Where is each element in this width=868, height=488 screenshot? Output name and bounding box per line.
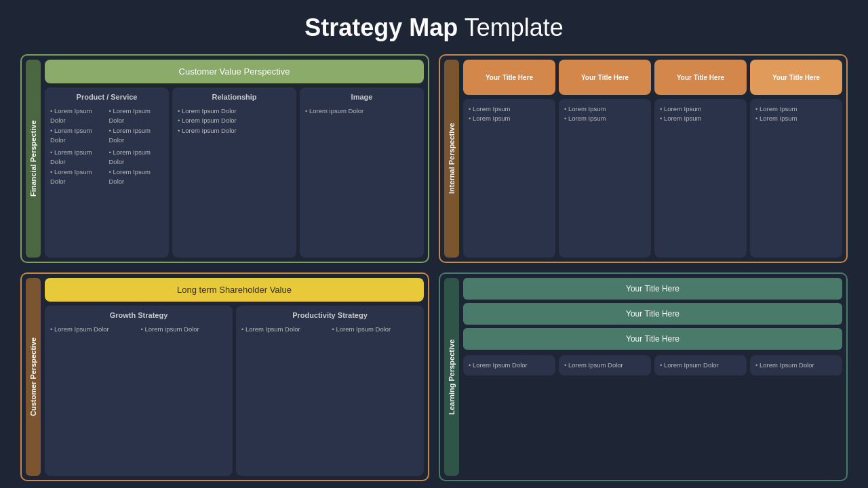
financial-label: Financial Perspective	[26, 60, 41, 258]
customer-label: Customer Perspective	[26, 278, 41, 476]
learning-title-bars: Your Title Here Your Title Here Your Tit…	[463, 278, 842, 350]
learning-title-2: Your Title Here	[463, 303, 842, 325]
internal-col-1: Lorem Ipsum Lorem Ipsum	[463, 99, 555, 258]
bullet-item: Lorem Ipsum	[469, 104, 550, 114]
growth-col-1: Lorem Ipsum Dolor	[50, 325, 137, 334]
bullet-item: Lorem Ipsum Dolor	[755, 361, 837, 370]
learning-label: Learning Perspective	[444, 278, 459, 476]
bullet-item: Lorem Ipsum Dolor	[50, 106, 105, 126]
page-title: Strategy Map Template	[304, 14, 564, 42]
internal-col-3: Lorem Ipsum Lorem Ipsum	[654, 99, 747, 258]
bullet-item: Lorem Ipsum	[564, 114, 646, 123]
bullet-item: Lorem Ipsum Dolor	[50, 325, 137, 334]
internal-bullet-grid: Lorem Ipsum Lorem Ipsum Lorem Ipsum Lore…	[463, 99, 842, 258]
product-bullets: Lorem Ipsum Dolor Lorem Ipsum Dolor Lore…	[50, 106, 163, 145]
product-bullet-col-d: Lorem Ipsum Dolor Lorem Ipsum Dolor	[109, 148, 164, 186]
bullet-item: Lorem Ipsum Dolor	[109, 106, 164, 126]
growth-title: Growth Strategy	[50, 311, 227, 319]
learning-col-4: Lorem Ipsum Dolor	[750, 355, 842, 375]
bullet-item: Lorem Ipsum	[755, 104, 837, 114]
bullet-item: Lorem Ipsum Dolor	[109, 167, 164, 187]
bullet-item: Lorem Ipsum Dolor	[178, 126, 291, 136]
learning-quadrant: Learning Perspective Your Title Here You…	[439, 272, 848, 481]
internal-tile-3: Your Title Here	[654, 60, 747, 95]
relationship-title: Relationship	[178, 93, 291, 101]
bullet-item: Lorem ipsum Dolor	[141, 325, 228, 334]
bullet-item: Lorem Ipsum Dolor	[241, 325, 328, 334]
internal-tiles: Your Title Here Your Title Here Your Tit…	[463, 60, 842, 95]
product-bullet-col-c: Lorem Ipsum Dolor Lorem Ipsum Dolor	[50, 148, 105, 186]
learning-content: Your Title Here Your Title Here Your Tit…	[463, 278, 842, 476]
bullet-item: Lorem Ipsum Dolor	[332, 325, 419, 334]
bullet-item: Lorem Ipsum	[660, 104, 741, 114]
customer-header: Long term Shareholder Value	[45, 278, 424, 302]
bullet-item: Lorem Ipsum Dolor	[564, 361, 646, 370]
productivity-section: Productivity Strategy Lorem Ipsum Dolor …	[236, 306, 424, 476]
relationship-bullets: Lorem Ipsum Dolor Lorem Ipsum Dolor Lore…	[178, 106, 291, 136]
relationship-section: Relationship Lorem Ipsum Dolor Lorem Ips…	[172, 87, 296, 258]
bullet-item: Lorem ipsum Dolor	[305, 106, 418, 116]
learning-title-1: Your Title Here	[463, 278, 842, 300]
bullet-item: Lorem Ipsum Dolor	[469, 361, 550, 370]
learning-title-3: Your Title Here	[463, 328, 842, 350]
bullet-item: Lorem Ipsum Dolor	[178, 106, 291, 116]
bullet-item: Lorem Ipsum	[660, 114, 741, 123]
bullet-item: Lorem Ipsum Dolor	[50, 167, 105, 187]
product-service-title: Product / Service	[50, 93, 163, 101]
internal-label: Internal Perspective	[444, 60, 459, 258]
bullet-item: Lorem Ipsum	[755, 114, 837, 123]
growth-bullets: Lorem Ipsum Dolor Lorem ipsum Dolor	[50, 325, 227, 334]
productivity-col-1: Lorem Ipsum Dolor	[241, 325, 328, 334]
bullet-item: Lorem Ipsum Dolor	[109, 148, 164, 167]
financial-content: Customer Value Perspective Product / Ser…	[45, 60, 424, 258]
bullet-item: Lorem Ipsum Dolor	[50, 148, 105, 167]
learning-col-1: Lorem Ipsum Dolor	[463, 355, 555, 375]
productivity-col-2: Lorem Ipsum Dolor	[332, 325, 419, 334]
learning-bullet-grid: Lorem Ipsum Dolor Lorem Ipsum Dolor Lore…	[463, 355, 842, 375]
bullet-item: Lorem Ipsum Dolor	[109, 126, 164, 146]
customer-quadrant: Customer Perspective Long term Sharehold…	[20, 272, 429, 481]
bullet-item: Lorem Ipsum Dolor	[50, 126, 105, 146]
financial-sub-sections: Product / Service Lorem Ipsum Dolor Lore…	[45, 87, 424, 258]
internal-tile-4: Your Title Here	[750, 60, 842, 95]
financial-quadrant: Financial Perspective Customer Value Per…	[20, 54, 429, 263]
growth-col-2: Lorem ipsum Dolor	[141, 325, 228, 334]
internal-content: Your Title Here Your Title Here Your Tit…	[463, 60, 842, 258]
internal-tile-2: Your Title Here	[559, 60, 651, 95]
main-grid: Financial Perspective Customer Value Per…	[20, 54, 848, 481]
image-title: Image	[305, 93, 418, 101]
growth-section: Growth Strategy Lorem Ipsum Dolor Lorem …	[45, 306, 233, 476]
internal-quadrant: Internal Perspective Your Title Here You…	[439, 54, 848, 263]
product-bullet-col-a: Lorem Ipsum Dolor Lorem Ipsum Dolor	[50, 106, 105, 145]
product-bullet-col-b: Lorem Ipsum Dolor Lorem Ipsum Dolor	[109, 106, 164, 145]
internal-col-4: Lorem Ipsum Lorem Ipsum	[750, 99, 842, 258]
productivity-bullets: Lorem Ipsum Dolor Lorem Ipsum Dolor	[241, 325, 418, 334]
productivity-title: Productivity Strategy	[241, 311, 418, 319]
image-section: Image Lorem ipsum Dolor	[300, 87, 424, 258]
internal-tile-1: Your Title Here	[463, 60, 555, 95]
customer-sub-sections: Growth Strategy Lorem Ipsum Dolor Lorem …	[45, 306, 424, 476]
bullet-item: Lorem Ipsum	[564, 104, 646, 114]
bullet-item: Lorem Ipsum	[469, 114, 550, 123]
learning-col-3: Lorem Ipsum Dolor	[654, 355, 747, 375]
product-bullets-2: Lorem Ipsum Dolor Lorem Ipsum Dolor Lore…	[50, 148, 163, 186]
learning-col-2: Lorem Ipsum Dolor	[559, 355, 651, 375]
image-bullets: Lorem ipsum Dolor	[305, 106, 418, 116]
bullet-item: Lorem Ipsum Dolor	[178, 116, 291, 125]
customer-content: Long term Shareholder Value Growth Strat…	[45, 278, 424, 476]
product-service-section: Product / Service Lorem Ipsum Dolor Lore…	[45, 87, 169, 258]
financial-header: Customer Value Perspective	[45, 60, 424, 83]
bullet-item: Lorem Ipsum Dolor	[660, 361, 741, 370]
internal-col-2: Lorem Ipsum Lorem Ipsum	[559, 99, 651, 258]
